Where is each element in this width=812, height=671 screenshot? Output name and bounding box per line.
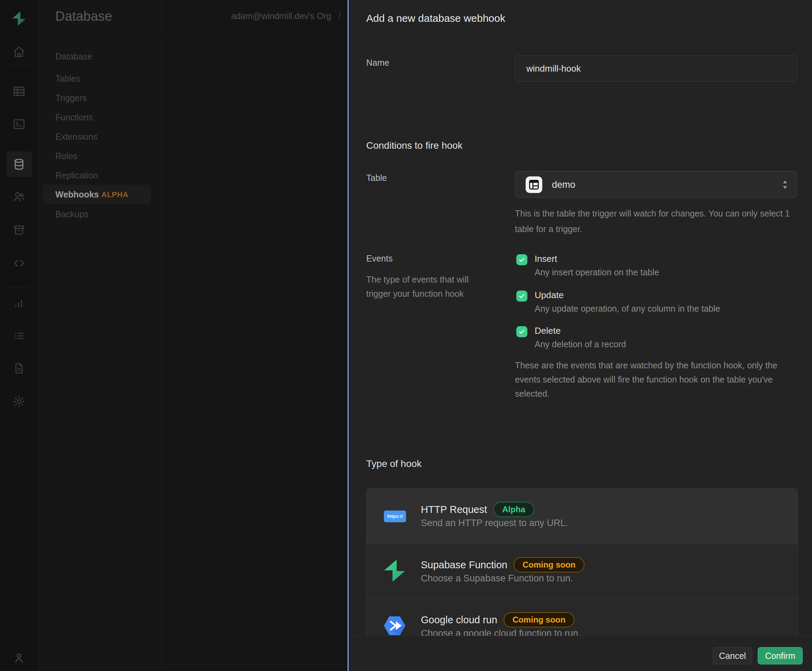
name-label: Name bbox=[366, 58, 390, 68]
dimmed-main-area: adam@windmill.dev's Org / bbox=[163, 0, 347, 671]
sidebar-item-functions[interactable]: Functions bbox=[55, 111, 93, 123]
breadcrumb-org[interactable]: adam@windmill.dev's Org bbox=[231, 11, 331, 21]
table-select[interactable]: demo bbox=[515, 171, 797, 198]
google-cloud-run-icon bbox=[384, 616, 405, 637]
hook-desc-supabase: Choose a Supabase Function to run. bbox=[421, 573, 573, 584]
home-icon[interactable] bbox=[12, 45, 26, 59]
settings-gear-icon[interactable] bbox=[12, 395, 26, 409]
hook-title-gcloud: Google cloud run bbox=[421, 614, 497, 626]
sidebar-item-triggers[interactable]: Triggers bbox=[55, 92, 87, 104]
drawer-title: Add a new database webhook bbox=[366, 12, 505, 24]
hook-desc-http: Send an HTTP request to any URL. bbox=[421, 518, 568, 528]
insert-title: Insert bbox=[535, 254, 557, 264]
hook-option-http-request[interactable]: https:// HTTP Request Alpha Send an HTTP… bbox=[366, 489, 797, 544]
sidebar-item-webhooks-label: Webhooks bbox=[55, 185, 99, 204]
events-label: Events bbox=[366, 254, 393, 264]
divider bbox=[349, 38, 812, 38]
hook-option-supabase-function[interactable]: Supabase Function Coming soon Choose a S… bbox=[366, 544, 797, 599]
table-help-text: This is the table the trigger will watch… bbox=[515, 206, 801, 237]
sidebar-item-tables[interactable]: Tables bbox=[55, 72, 80, 85]
table-icon bbox=[526, 176, 542, 193]
divider bbox=[349, 110, 812, 110]
drawer-footer: Cancel Confirm bbox=[349, 636, 812, 671]
table-select-value: demo bbox=[552, 171, 575, 198]
update-description: Any update operation, of any column in t… bbox=[535, 304, 720, 314]
https-icon: https:// bbox=[384, 511, 406, 522]
sidebar-item-database[interactable]: Database bbox=[55, 50, 92, 63]
rail-divider bbox=[6, 66, 32, 66]
events-description: The type of events that will trigger you… bbox=[366, 272, 494, 301]
hook-title-http: HTTP Request bbox=[421, 504, 487, 515]
auth-users-icon[interactable] bbox=[12, 190, 26, 204]
logs-list-icon[interactable] bbox=[12, 329, 26, 343]
api-code-icon[interactable] bbox=[12, 256, 26, 270]
top-bar: adam@windmill.dev's Org / bbox=[163, 0, 347, 32]
chevron-up-down-icon bbox=[782, 180, 788, 191]
sidebar-item-backups[interactable]: Backups bbox=[55, 208, 89, 220]
sidebar-item-roles[interactable]: Roles bbox=[55, 150, 77, 162]
name-input[interactable]: windmill-hook bbox=[515, 55, 797, 82]
sidebar-item-webhooks[interactable]: Webhooks ALPHA bbox=[43, 185, 150, 204]
reports-chart-icon[interactable] bbox=[12, 296, 26, 310]
hook-title-supabase: Supabase Function bbox=[421, 559, 507, 571]
hook-type-heading: Type of hook bbox=[366, 458, 422, 469]
breadcrumb-separator: / bbox=[339, 10, 341, 21]
account-user-icon[interactable] bbox=[12, 651, 26, 665]
cancel-button[interactable]: Cancel bbox=[713, 647, 752, 664]
icon-rail bbox=[0, 0, 38, 671]
delete-checkbox[interactable] bbox=[516, 326, 528, 337]
update-checkbox[interactable] bbox=[516, 291, 528, 301]
sidebar-item-extensions[interactable]: Extensions bbox=[55, 130, 97, 143]
webhook-drawer: Add a new database webhook Name windmill… bbox=[347, 0, 812, 671]
storage-icon[interactable] bbox=[12, 223, 26, 237]
coming-soon-badge: Coming soon bbox=[514, 557, 584, 572]
sidebar-title: Database bbox=[55, 9, 112, 24]
table-label: Table bbox=[366, 173, 387, 183]
sql-editor-icon[interactable] bbox=[12, 117, 26, 131]
docs-icon[interactable] bbox=[12, 361, 26, 375]
supabase-logo-icon[interactable] bbox=[12, 12, 26, 26]
conditions-heading: Conditions to fire hook bbox=[366, 140, 463, 151]
delete-title: Delete bbox=[535, 325, 560, 336]
divider bbox=[349, 428, 812, 429]
app-root: Database Database Tables Triggers Functi… bbox=[0, 0, 812, 671]
delete-description: Any deletion of a record bbox=[535, 339, 626, 349]
rail-divider bbox=[6, 288, 32, 288]
table-editor-icon[interactable] bbox=[12, 84, 26, 98]
supabase-function-icon bbox=[384, 559, 405, 584]
database-icon[interactable] bbox=[12, 157, 26, 171]
confirm-button[interactable]: Confirm bbox=[758, 647, 803, 664]
sidebar-item-replication[interactable]: Replication bbox=[55, 169, 98, 182]
coming-soon-badge: Coming soon bbox=[504, 612, 574, 627]
alpha-badge: Alpha bbox=[493, 502, 534, 517]
hook-type-list: https:// HTTP Request Alpha Send an HTTP… bbox=[366, 489, 798, 653]
database-sidebar: Database Database Tables Triggers Functi… bbox=[38, 0, 163, 671]
insert-description: Any insert operation on the table bbox=[535, 267, 659, 278]
events-note: These are the events that are watched by… bbox=[515, 358, 804, 401]
insert-checkbox[interactable] bbox=[516, 254, 528, 265]
alpha-badge: ALPHA bbox=[101, 185, 128, 204]
update-title: Update bbox=[535, 290, 564, 301]
